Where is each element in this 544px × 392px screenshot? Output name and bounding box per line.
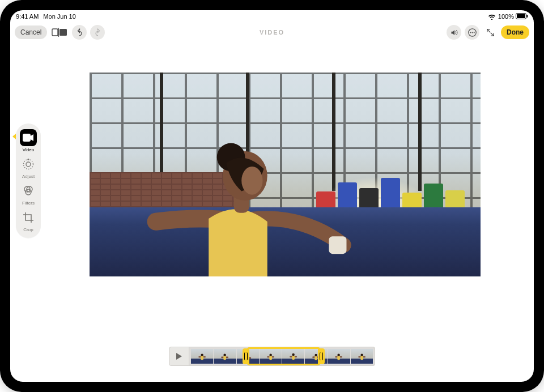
svg-point-36 bbox=[360, 353, 363, 356]
svg-rect-1 bbox=[517, 14, 525, 18]
svg-rect-4 bbox=[60, 29, 67, 36]
timeline-track[interactable] bbox=[189, 347, 375, 366]
svg-rect-25 bbox=[223, 356, 226, 360]
svg-point-11 bbox=[24, 160, 33, 169]
timeline bbox=[169, 347, 375, 366]
crop-icon bbox=[23, 212, 34, 223]
volume-button[interactable] bbox=[447, 25, 461, 40]
svg-point-34 bbox=[338, 353, 340, 356]
svg-rect-3 bbox=[52, 29, 58, 36]
cancel-label: Cancel bbox=[20, 28, 41, 36]
ipad-frame: 9:41 AM Mon Jun 10 100% Cancel bbox=[0, 0, 544, 392]
status-time: 9:41 AM bbox=[16, 13, 39, 20]
edit-mode-rail: Video Adjust bbox=[16, 123, 41, 238]
cancel-button[interactable]: Cancel bbox=[15, 25, 47, 39]
svg-rect-10 bbox=[23, 134, 31, 142]
fullscreen-button[interactable] bbox=[483, 25, 498, 40]
rail-item-crop[interactable]: Crop bbox=[16, 209, 41, 232]
trim-selection[interactable] bbox=[246, 347, 321, 365]
rail-label: Filters bbox=[22, 201, 35, 206]
svg-point-22 bbox=[201, 353, 203, 356]
editor-toolbar: Cancel VIDEO bbox=[10, 23, 534, 42]
svg-rect-17 bbox=[329, 236, 347, 254]
rail-item-filters[interactable]: Filters bbox=[16, 182, 41, 206]
aspect-toggle-button[interactable] bbox=[50, 25, 69, 39]
svg-rect-2 bbox=[527, 15, 528, 18]
rail-label: Crop bbox=[23, 227, 33, 232]
svg-point-13 bbox=[27, 159, 29, 160]
active-indicator bbox=[12, 134, 16, 139]
status-date: Mon Jun 10 bbox=[43, 13, 75, 20]
title-label: VIDEO bbox=[260, 29, 284, 36]
status-bar: 9:41 AM Mon Jun 10 100% bbox=[10, 10, 534, 23]
done-label: Done bbox=[507, 28, 524, 36]
trim-handle-end[interactable] bbox=[318, 348, 325, 364]
adjust-icon bbox=[22, 158, 35, 171]
video-preview[interactable] bbox=[90, 73, 481, 276]
trim-handle-start[interactable] bbox=[243, 348, 249, 364]
rail-item-adjust[interactable]: Adjust bbox=[16, 156, 41, 179]
done-button[interactable]: Done bbox=[501, 25, 529, 39]
svg-rect-35 bbox=[338, 356, 341, 360]
svg-point-24 bbox=[224, 353, 226, 356]
svg-point-7 bbox=[470, 32, 471, 33]
battery-icon bbox=[516, 13, 528, 20]
play-button[interactable] bbox=[169, 347, 189, 366]
wifi-icon bbox=[488, 14, 496, 20]
rail-label: Video bbox=[23, 147, 34, 152]
svg-point-9 bbox=[473, 32, 474, 33]
battery-percentage: 100% bbox=[498, 13, 514, 20]
more-button[interactable] bbox=[465, 25, 479, 40]
video-icon bbox=[22, 133, 35, 142]
redo-button[interactable] bbox=[90, 25, 105, 40]
screen: 9:41 AM Mon Jun 10 100% Cancel bbox=[10, 10, 534, 382]
subject-figure bbox=[121, 134, 355, 276]
svg-rect-23 bbox=[201, 356, 203, 360]
svg-point-8 bbox=[471, 32, 473, 33]
svg-point-21 bbox=[241, 167, 262, 195]
rail-item-video[interactable]: Video bbox=[16, 129, 41, 152]
svg-point-12 bbox=[26, 162, 31, 167]
rail-label: Adjust bbox=[22, 174, 35, 179]
undo-button[interactable] bbox=[72, 25, 87, 40]
svg-rect-37 bbox=[360, 356, 363, 360]
filters-icon bbox=[23, 185, 34, 197]
